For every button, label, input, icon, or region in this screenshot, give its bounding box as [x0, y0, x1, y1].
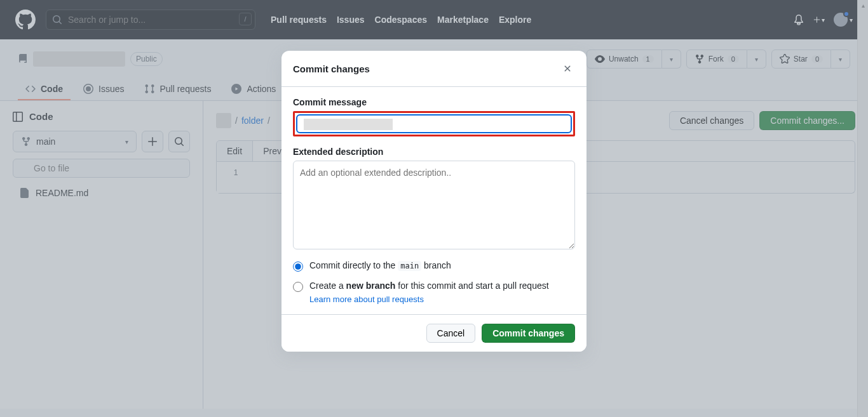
radio-commit-direct-label: Commit directly to the main branch — [309, 260, 451, 270]
radio-new-branch[interactable] — [293, 282, 303, 292]
radio-new-branch-label: Create a new branch for this commit and … — [309, 281, 549, 291]
extended-description-input[interactable] — [293, 161, 575, 249]
modal-title: Commit changes — [293, 63, 370, 74]
commit-message-highlight — [293, 111, 575, 136]
modal-commit-button[interactable]: Commit changes — [482, 324, 575, 343]
radio-commit-direct[interactable] — [293, 261, 303, 272]
close-icon[interactable] — [560, 61, 575, 76]
extended-description-label: Extended description — [293, 147, 575, 157]
commit-message-label: Commit message — [293, 97, 575, 107]
learn-more-link[interactable]: Learn more about pull requests — [309, 295, 424, 304]
commit-message-input[interactable] — [296, 114, 572, 133]
modal-cancel-button[interactable]: Cancel — [426, 324, 476, 343]
commit-changes-dialog: Commit changes Commit message Extended d… — [281, 51, 587, 352]
modal-overlay: Commit changes Commit message Extended d… — [0, 0, 868, 417]
